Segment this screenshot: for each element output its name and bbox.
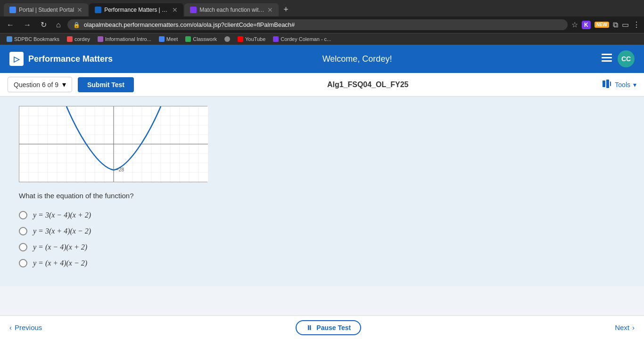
star-icon[interactable]: ☆: [571, 20, 578, 29]
submit-test-button[interactable]: Submit Test: [78, 77, 134, 92]
extensions-icon[interactable]: ⧉: [613, 21, 618, 29]
menu-icon[interactable]: ⋮: [633, 20, 640, 29]
prev-label: Previous: [15, 323, 42, 331]
bookmark-label: Informational Intro...: [105, 36, 151, 42]
tab-favicon: [9, 7, 16, 13]
tab-close-icon[interactable]: ✕: [77, 6, 83, 14]
cast-icon[interactable]: ▭: [622, 20, 629, 29]
logo-icon: ▷: [9, 52, 24, 66]
bookmark-youtube[interactable]: YouTube: [235, 35, 268, 43]
logo-area: ▷ Performance Matters: [9, 52, 113, 66]
logo-text: Performance Matters: [28, 54, 113, 64]
lock-icon: 🔒: [73, 22, 80, 28]
extension-k-icon[interactable]: K: [582, 21, 591, 29]
option-d-radio[interactable]: [19, 259, 27, 267]
footer-nav: ‹ Previous ⏸ Pause Test Next ›: [0, 315, 644, 339]
header-welcome: Welcome, Cordey!: [113, 54, 602, 64]
chevron-down-icon: ▾: [62, 80, 66, 89]
bookmark-icon: [98, 36, 103, 42]
avatar[interactable]: CC: [618, 50, 635, 67]
option-c-radio[interactable]: [19, 243, 27, 251]
bookmark-cordey[interactable]: cordey: [64, 35, 93, 43]
svg-rect-1: [602, 57, 612, 58]
header-right: CC: [602, 50, 635, 67]
bookmarks-bar: SDPBC Bookmarks cordey Informational Int…: [0, 33, 644, 45]
next-label: Next: [615, 323, 629, 331]
test-title: Alg1_FSQ04_OL_FY25: [134, 81, 602, 89]
option-b-text: y = 3(x + 4)(x − 2): [33, 227, 91, 235]
bookmark-label: Meet: [166, 36, 178, 42]
prev-arrow-icon: ‹: [9, 323, 12, 331]
bookmark-globe[interactable]: [222, 35, 233, 43]
app-header: ▷ Performance Matters Welcome, Cordey! C…: [0, 45, 644, 73]
toolbar: Question 6 of 9 ▾ Submit Test Alg1_FSQ04…: [0, 73, 644, 97]
svg-rect-5: [610, 81, 611, 86]
svg-rect-0: [602, 54, 612, 55]
tools-label: Tools: [615, 81, 630, 89]
tab-close-icon[interactable]: ✕: [267, 6, 273, 14]
bookmark-label: Cordey Coleman - c...: [281, 36, 331, 42]
tab-match-function[interactable]: Match each function with the c... ✕: [184, 3, 279, 16]
home-button[interactable]: ⌂: [53, 20, 64, 30]
bookmark-icon: [159, 36, 165, 42]
question-selector-text: Question 6 of 9: [14, 81, 58, 89]
bookmark-icon: [7, 36, 12, 42]
option-a: y = 3(x − 4)(x + 2): [19, 211, 625, 219]
welcome-text: Welcome, Cordey!: [322, 54, 392, 64]
parabola-graph: −28: [19, 106, 208, 182]
browser-actions: ☆ K NEW ⧉ ▭ ⋮: [571, 20, 640, 29]
tools-chevron-icon: ▾: [633, 81, 636, 89]
bars-icon[interactable]: [602, 54, 612, 65]
svg-rect-4: [606, 80, 609, 88]
logo-symbol: ▷: [14, 55, 19, 64]
tab-favicon: [95, 7, 101, 13]
next-arrow-icon: ›: [632, 323, 635, 331]
option-c: y = (x − 4)(x + 2): [19, 243, 625, 251]
bookmark-icon: [224, 36, 230, 42]
option-a-radio[interactable]: [19, 211, 27, 219]
forward-button[interactable]: →: [21, 20, 34, 30]
bookmark-info[interactable]: Informational Intro...: [95, 35, 154, 43]
bookmark-icon: [67, 36, 73, 42]
graph-container: −28: [19, 106, 207, 182]
option-b-radio[interactable]: [19, 227, 27, 235]
reload-button[interactable]: ↻: [38, 19, 50, 30]
svg-rect-3: [603, 81, 605, 87]
address-bar[interactable]: 🔒 olapalmbeach.performancematters.com/ol…: [67, 19, 568, 30]
bookmark-icon: [273, 36, 279, 42]
question-prompt: What is the equation of the function?: [19, 192, 625, 200]
bookmark-label: YouTube: [245, 36, 265, 42]
option-d: y = (x + 4)(x − 2): [19, 259, 625, 267]
option-d-text: y = (x + 4)(x − 2): [33, 259, 87, 267]
bookmark-label: cordey: [74, 36, 90, 42]
pause-test-button[interactable]: ⏸ Pause Test: [296, 320, 361, 335]
tab-close-icon[interactable]: ✕: [172, 6, 178, 14]
previous-button[interactable]: ‹ Previous: [9, 323, 42, 331]
question-selector[interactable]: Question 6 of 9 ▾: [8, 77, 72, 92]
tab-title: Match each function with the c...: [199, 7, 264, 13]
tab-title: Performance Matters | OLA: [104, 7, 169, 13]
next-button[interactable]: Next ›: [615, 323, 635, 331]
tab-performance-matters[interactable]: Performance Matters | OLA ✕: [89, 3, 183, 16]
address-text: olapalmbeach.performancematters.com/ola/…: [84, 21, 562, 28]
bookmark-sdpbc[interactable]: SDPBC Bookmarks: [4, 35, 62, 43]
new-tab-button[interactable]: +: [280, 3, 292, 16]
browser-controls: ← → ↻ ⌂ 🔒 olapalmbeach.performancematter…: [0, 16, 644, 33]
bookmark-classwork[interactable]: Classwork: [182, 35, 220, 43]
bookmark-meet[interactable]: Meet: [156, 35, 181, 43]
back-button[interactable]: ←: [4, 20, 17, 30]
tools-button[interactable]: Tools ▾: [602, 79, 636, 90]
svg-rect-2: [602, 60, 612, 62]
bookmark-label: Classwork: [193, 36, 217, 42]
svg-text:−28: −28: [116, 167, 124, 172]
bookmark-cordey-coleman[interactable]: Cordey Coleman - c...: [270, 35, 334, 43]
bookmark-icon: [185, 36, 191, 42]
option-a-text: y = 3(x − 4)(x + 2): [33, 211, 91, 219]
new-badge: NEW: [594, 22, 609, 28]
tab-portal[interactable]: Portal | Student Portal ✕: [4, 3, 88, 16]
bookmark-icon: [238, 36, 243, 42]
tools-icon: [602, 79, 612, 90]
option-c-text: y = (x − 4)(x + 2): [33, 243, 87, 251]
browser-chrome: Portal | Student Portal ✕ Performance Ma…: [0, 0, 644, 45]
options-list: y = 3(x − 4)(x + 2) y = 3(x + 4)(x − 2) …: [19, 211, 625, 267]
